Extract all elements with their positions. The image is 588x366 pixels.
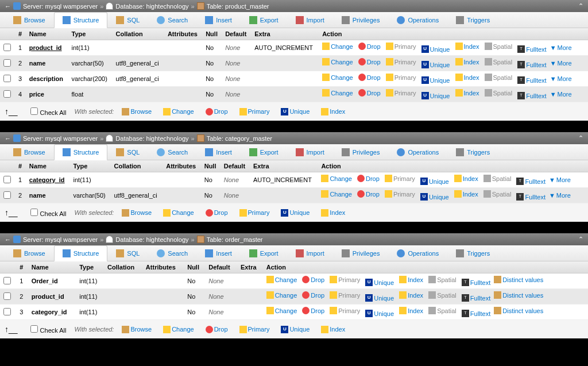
tab-privileges[interactable]: Privileges xyxy=(333,12,389,28)
action-unique[interactable]: UUnique xyxy=(420,178,449,185)
tab-search[interactable]: Search xyxy=(148,144,196,160)
row-checkbox[interactable] xyxy=(3,176,11,183)
collapse-icon[interactable]: ⌃ xyxy=(578,134,583,142)
server-link[interactable]: Server: mysql wampserver xyxy=(23,135,98,142)
action-spatial[interactable]: Spatial xyxy=(483,190,512,198)
table-link[interactable]: Table: product_master xyxy=(207,3,269,10)
action-primary[interactable]: Primary xyxy=(330,276,360,283)
tab-search[interactable]: Search xyxy=(148,245,196,261)
check-all-box[interactable] xyxy=(30,325,38,333)
action-spatial[interactable]: Spatial xyxy=(485,89,513,97)
action-drop[interactable]: Drop xyxy=(358,43,381,50)
action-change[interactable]: Change xyxy=(322,89,353,97)
tab-sql[interactable]: SQL xyxy=(107,12,148,28)
check-all[interactable]: Check All xyxy=(28,107,67,116)
action-spatial[interactable]: Spatial xyxy=(428,276,457,283)
action-drop[interactable]: Drop xyxy=(358,89,381,97)
row-checkbox[interactable] xyxy=(3,90,11,98)
action-change[interactable]: Change xyxy=(322,74,353,81)
tab-browse[interactable]: Browse xyxy=(5,245,54,261)
collapse-icon[interactable]: ⌃ xyxy=(578,236,583,243)
action-index[interactable]: Index xyxy=(455,89,479,97)
tab-sql[interactable]: SQL xyxy=(107,144,148,160)
nav-back-icon[interactable]: ← xyxy=(5,236,11,243)
action-drop[interactable]: Drop xyxy=(357,190,380,198)
action-unique[interactable]: UUnique xyxy=(421,92,450,99)
action-primary[interactable]: Primary xyxy=(330,291,360,299)
tab-structure[interactable]: Structure xyxy=(54,12,108,28)
action-change[interactable]: Change xyxy=(266,276,297,283)
tab-export[interactable]: Export xyxy=(241,12,287,28)
bulk-primary[interactable]: Primary xyxy=(239,108,270,115)
action-index[interactable]: Index xyxy=(455,43,479,50)
tab-import[interactable]: Import xyxy=(287,245,333,261)
action-unique[interactable]: UUnique xyxy=(421,45,450,53)
action-spatial[interactable]: Spatial xyxy=(485,74,513,81)
action-primary[interactable]: Primary xyxy=(386,58,416,66)
bulk-drop[interactable]: Drop xyxy=(206,326,228,333)
action-primary[interactable]: Primary xyxy=(386,74,416,81)
bulk-browse[interactable]: Browse xyxy=(122,326,152,333)
action-fulltext[interactable]: TFulltext xyxy=(516,178,545,185)
action-fulltext[interactable]: TFulltext xyxy=(462,294,490,302)
action-index[interactable]: Index xyxy=(454,175,478,182)
action-unique[interactable]: UUnique xyxy=(365,310,394,317)
bulk-primary[interactable]: Primary xyxy=(239,326,270,333)
action-fulltext[interactable]: TFulltext xyxy=(517,76,546,84)
action-index[interactable]: Index xyxy=(399,307,423,314)
action-drop[interactable]: Drop xyxy=(358,58,381,66)
bulk-drop[interactable]: Drop xyxy=(206,209,228,217)
tab-triggers[interactable]: Triggers xyxy=(447,144,498,160)
tab-browse[interactable]: Browse xyxy=(5,12,54,28)
action-fulltext[interactable]: TFulltext xyxy=(517,61,546,68)
tab-structure[interactable]: Structure xyxy=(54,245,108,261)
action-change[interactable]: Change xyxy=(321,175,352,182)
bulk-browse[interactable]: Browse xyxy=(122,209,152,217)
tab-operations[interactable]: Operations xyxy=(388,144,447,160)
row-checkbox[interactable] xyxy=(3,75,11,82)
tab-operations[interactable]: Operations xyxy=(388,245,447,261)
tab-export[interactable]: Export xyxy=(241,245,287,261)
bulk-unique[interactable]: UUnique xyxy=(281,209,310,217)
action-index[interactable]: Index xyxy=(399,291,423,299)
nav-back-icon[interactable]: ← xyxy=(5,135,11,142)
tab-insert[interactable]: Insert xyxy=(196,144,241,160)
action-more[interactable]: ▼More xyxy=(550,91,572,98)
action-change[interactable]: Change xyxy=(322,58,353,66)
bulk-index[interactable]: Index xyxy=(321,108,345,115)
action-more[interactable]: ▼More xyxy=(550,44,572,51)
action-index[interactable]: Index xyxy=(454,190,478,198)
table-link[interactable]: Table: category_master xyxy=(207,135,272,142)
row-checkbox[interactable] xyxy=(3,292,11,300)
action-index[interactable]: Index xyxy=(399,276,423,283)
action-more[interactable]: ▼More xyxy=(550,60,572,67)
row-checkbox[interactable] xyxy=(3,44,11,51)
action-drop[interactable]: Drop xyxy=(357,175,380,182)
tab-structure[interactable]: Structure xyxy=(54,144,108,160)
action-fulltext[interactable]: TFulltext xyxy=(517,92,546,99)
action-drop[interactable]: Drop xyxy=(302,291,324,299)
bulk-primary[interactable]: Primary xyxy=(239,209,270,217)
action-fulltext[interactable]: TFulltext xyxy=(462,279,490,286)
tab-privileges[interactable]: Privileges xyxy=(333,245,389,261)
bulk-change[interactable]: Change xyxy=(163,209,194,217)
action-index[interactable]: Index xyxy=(455,74,479,81)
row-checkbox[interactable] xyxy=(3,308,11,315)
action-primary[interactable]: Primary xyxy=(386,43,416,50)
server-link[interactable]: Server: mysql wampserver xyxy=(23,3,98,10)
action-unique[interactable]: UUnique xyxy=(365,279,394,286)
action-fulltext[interactable]: TFulltext xyxy=(516,193,545,201)
nav-back-icon[interactable]: ← xyxy=(5,3,11,10)
table-link[interactable]: Table: order_master xyxy=(207,236,263,243)
action-primary[interactable]: Primary xyxy=(385,175,415,182)
tab-import[interactable]: Import xyxy=(287,12,333,28)
check-all-box[interactable] xyxy=(30,107,38,115)
tab-insert[interactable]: Insert xyxy=(196,245,241,261)
action-distinct[interactable]: Distinct values xyxy=(494,276,543,283)
tab-privileges[interactable]: Privileges xyxy=(333,144,389,160)
action-fulltext[interactable]: TFulltext xyxy=(517,45,546,53)
action-distinct[interactable]: Distinct values xyxy=(494,307,543,314)
action-drop[interactable]: Drop xyxy=(302,307,324,314)
check-all[interactable]: Check All xyxy=(28,325,67,334)
action-spatial[interactable]: Spatial xyxy=(485,43,513,50)
